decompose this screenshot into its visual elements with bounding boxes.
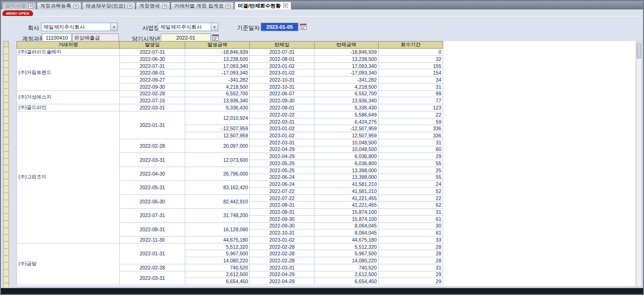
cell-settlement-amount[interactable]: 10,048,500 <box>314 146 379 153</box>
cell-settlement-date[interactable]: 2022-02-28 <box>250 250 314 257</box>
row-header-cell[interactable] <box>3 61 9 68</box>
cell-settlement-date[interactable]: 2022-07-22 <box>250 194 314 202</box>
calendar-icon[interactable] <box>300 23 307 30</box>
cell-settlement-amount[interactable]: 6,424,275 <box>314 118 379 125</box>
cell-collection-days[interactable]: 28 <box>379 257 443 264</box>
row-header-cell[interactable] <box>3 179 9 186</box>
table-row[interactable]: (주)갤러리드솔레이2022-07-31-18,846,9392022-07-3… <box>17 49 443 56</box>
row-header-cell[interactable] <box>3 54 9 61</box>
cell-settlement-date[interactable]: 2023-01-02 <box>250 69 314 76</box>
table-row[interactable]: (주)거림트렌드2022-06-3013,238,5002022-08-0113… <box>17 56 443 63</box>
cell-collection-days[interactable]: 30 <box>379 222 443 229</box>
cell-settlement-amount[interactable]: 6,654,450 <box>314 278 379 285</box>
tab-close-icon[interactable]: × <box>127 4 132 8</box>
row-header-cell[interactable] <box>3 193 9 200</box>
cell-collection-days[interactable]: 123 <box>379 104 443 111</box>
cell-occurrence-amount[interactable]: 13,238,500 <box>185 56 250 63</box>
cell-occurrence-date[interactable]: 2022-07-31 <box>120 49 185 56</box>
cell-settlement-date[interactable]: 2022-10-31 <box>250 83 314 90</box>
row-header-cell[interactable] <box>3 103 9 110</box>
cell-occurrence-amount[interactable]: 17,093,340 <box>185 62 250 69</box>
cell-occurrence-amount[interactable]: -17,093,340 <box>185 69 250 76</box>
bizplace-select[interactable]: 제일제지주식회사 ▼ <box>158 23 218 31</box>
cell-settlement-date[interactable]: 2023-01-02 <box>250 132 314 139</box>
cell-occurrence-amount[interactable]: 12,073,600 <box>185 153 250 167</box>
cell-settlement-date[interactable]: 2023-01-02 <box>250 62 314 69</box>
cell-occurrence-amount[interactable]: -18,846,939 <box>185 49 250 56</box>
cell-settlement-date[interactable]: 2022-03-31 <box>250 139 314 146</box>
cell-settlement-amount[interactable]: 6,552,700 <box>314 90 379 97</box>
cell-occurrence-amount[interactable]: 2,612,500 <box>185 271 250 278</box>
cell-settlement-date[interactable]: 2022-05-25 <box>250 160 314 167</box>
cell-settlement-date[interactable]: 2022-02-28 <box>250 257 314 264</box>
cell-settlement-amount[interactable]: -341,282 <box>314 76 379 84</box>
cell-collection-days[interactable]: 59 <box>379 118 443 125</box>
cell-settlement-amount[interactable]: 14,080,220 <box>314 257 379 264</box>
row-header-cell[interactable] <box>3 270 9 277</box>
tab-5[interactable]: 거래처별 계정 집계표× <box>171 2 234 9</box>
cell-settlement-amount[interactable]: 44,675,180 <box>314 236 379 243</box>
tab-4[interactable]: 계정명세× <box>136 2 170 9</box>
row-header-cell[interactable] <box>3 47 9 54</box>
row-header-cell[interactable] <box>3 137 9 144</box>
row-header-cell[interactable] <box>3 262 9 270</box>
cell-occurrence-date[interactable]: 2022-08-31 <box>120 222 185 236</box>
cell-settlement-date[interactable]: 2022-09-30 <box>250 222 314 229</box>
row-header-cell[interactable] <box>3 82 9 89</box>
cell-settlement-date[interactable]: 2022-06-07 <box>250 90 314 97</box>
cell-collection-days[interactable]: 154 <box>379 69 443 76</box>
cell-occurrence-amount[interactable]: 6,552,700 <box>185 90 250 97</box>
vertical-scrollbar[interactable] <box>636 41 642 287</box>
cell-settlement-date[interactable]: 2022-04-29 <box>250 146 314 153</box>
cell-settlement-amount[interactable]: 5,336,430 <box>314 104 379 111</box>
cell-settlement-date[interactable]: 2022-07-31 <box>250 49 314 56</box>
cell-settlement-amount[interactable]: 5,512,320 <box>314 243 379 250</box>
tab-6[interactable]: 미결/반제회수현황× <box>234 1 291 9</box>
cell-settlement-date[interactable]: 2022-06-24 <box>250 181 314 188</box>
cell-settlement-date[interactable]: 2023-01-02 <box>250 125 314 132</box>
cell-occurrence-amount[interactable]: -12,507,959 <box>185 125 250 132</box>
cell-collection-days[interactable]: 31 <box>379 209 443 216</box>
cell-collection-days[interactable]: 336 <box>379 132 443 139</box>
row-header-cell[interactable] <box>3 131 9 138</box>
cell-customer[interactable]: (주)그린조이 <box>17 111 120 244</box>
cell-collection-days[interactable]: 24 <box>379 181 443 188</box>
cell-settlement-amount[interactable]: 13,398,000 <box>314 174 379 181</box>
row-header-cell[interactable] <box>3 110 9 117</box>
cell-occurrence-amount[interactable]: 44,675,180 <box>185 236 250 243</box>
cell-occurrence-date[interactable]: 2022-11-30 <box>120 236 185 243</box>
cell-settlement-amount[interactable]: 5,586,649 <box>314 111 379 118</box>
cell-settlement-amount[interactable]: 17,093,340 <box>314 62 379 69</box>
cell-occurrence-date[interactable]: 2022-03-31 <box>120 153 185 167</box>
tab-2[interactable]: 계정과목등록× <box>37 2 82 9</box>
cell-occurrence-date[interactable]: 2022-03-31 <box>120 104 185 111</box>
cell-collection-days[interactable]: 0 <box>379 49 443 56</box>
company-select[interactable]: 제일제지주식회사 ▼ <box>41 23 118 31</box>
cell-occurrence-amount[interactable]: 31,748,200 <box>185 209 250 222</box>
cell-collection-days[interactable]: 25 <box>379 167 443 174</box>
cell-collection-days[interactable]: 29 <box>379 278 443 285</box>
row-header-cell[interactable] <box>3 165 9 172</box>
cell-occurrence-amount[interactable]: 4,218,500 <box>185 83 250 90</box>
cell-collection-days[interactable]: 61 <box>379 215 443 222</box>
cell-settlement-amount[interactable]: -12,507,959 <box>314 125 379 132</box>
tab-close-icon[interactable]: × <box>226 4 231 8</box>
cell-settlement-amount[interactable]: 15,874,100 <box>314 215 379 222</box>
cell-settlement-amount[interactable]: 8,064,045 <box>314 229 379 236</box>
cell-occurrence-date[interactable]: 2022-09-30 <box>120 83 185 90</box>
row-header-cell[interactable] <box>3 152 9 159</box>
cell-settlement-date[interactable]: 2022-04-29 <box>250 153 314 160</box>
row-header-cell[interactable] <box>3 75 9 82</box>
cell-collection-days[interactable]: 31 <box>379 264 443 271</box>
cell-collection-days[interactable]: 52 <box>379 187 443 194</box>
cell-settlement-date[interactable]: 2022-08-01 <box>250 56 314 63</box>
cell-settlement-date[interactable]: 2022-06-24 <box>250 174 314 181</box>
row-header-cell[interactable] <box>3 283 9 287</box>
cell-occurrence-amount[interactable]: 5,336,430 <box>185 104 250 111</box>
row-header-cell[interactable] <box>3 144 9 152</box>
cell-customer[interactable]: (주)골드라인 <box>17 104 120 111</box>
cell-customer[interactable]: (주)거성에스지 <box>17 90 120 104</box>
cell-customer[interactable]: (주)갤러리드솔레이 <box>17 49 120 56</box>
tab-close-icon[interactable]: × <box>283 3 288 8</box>
cell-occurrence-amount[interactable]: -341,282 <box>185 76 250 84</box>
